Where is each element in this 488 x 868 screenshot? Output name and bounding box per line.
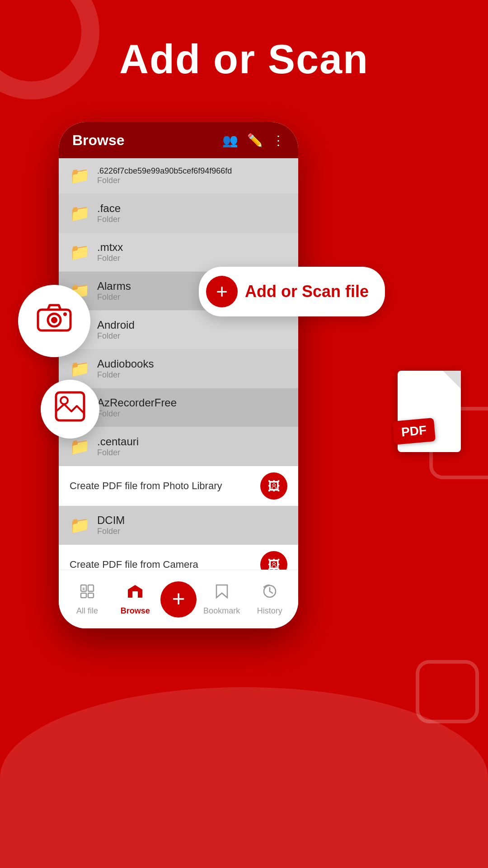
file-type: Folder <box>97 370 287 380</box>
nav-add[interactable]: + <box>160 581 198 618</box>
bottom-nav: All file Browse + <box>59 570 298 628</box>
file-type: Folder <box>97 215 287 224</box>
svg-point-11 <box>63 312 67 316</box>
main-title: Add or Scan <box>0 36 488 83</box>
nav-bookmark[interactable]: Bookmark <box>198 583 246 616</box>
file-name: Android <box>97 319 287 331</box>
phone-header: Browse 👥 ✏️ ⋮ <box>59 122 298 158</box>
svg-rect-6 <box>132 591 138 598</box>
svg-point-10 <box>51 317 57 323</box>
file-info: .mtxx Folder <box>97 241 287 263</box>
pdf-document: PDF <box>389 371 470 466</box>
plus-symbol: + <box>216 282 228 302</box>
add-scan-label: Add or Scan file <box>245 282 369 301</box>
pdf-corner <box>443 371 461 389</box>
svg-rect-5 <box>88 593 94 598</box>
file-info: Android Folder <box>97 319 287 341</box>
nav-all-file-label: All file <box>76 606 98 616</box>
file-info: AzRecorderFree Folder <box>97 396 287 419</box>
all-file-icon <box>79 583 95 604</box>
pdf-badge: PDF <box>392 418 436 445</box>
photo-library-btn[interactable]: 🖼 <box>260 472 287 500</box>
browse-title: Browse <box>72 132 222 149</box>
file-info: .centauri Folder <box>97 435 287 458</box>
svg-rect-4 <box>81 593 86 598</box>
file-type: Folder <box>97 254 287 263</box>
nav-browse-label: Browse <box>121 606 150 616</box>
file-name: .centauri <box>97 435 287 448</box>
folder-icon: 📁 <box>70 516 90 535</box>
nav-history-label: History <box>257 606 282 616</box>
file-info: Audiobooks Folder <box>97 358 287 380</box>
file-list: 📁 .6226f7cbe59e99a90b5cef6f94f966fd Fold… <box>59 158 298 570</box>
deco-rect-bottomright <box>416 660 479 723</box>
camera-circle[interactable] <box>18 285 90 357</box>
folder-icon: 📁 <box>70 359 90 378</box>
folder-icon: 📁 <box>70 166 90 185</box>
nav-browse[interactable]: Browse <box>111 583 159 616</box>
nav-all-file[interactable]: All file <box>63 583 111 616</box>
file-item[interactable]: 📁 .mtxx Folder <box>59 233 298 272</box>
file-type: Folder <box>97 409 287 419</box>
photo-library-icon: 🖼 <box>267 479 280 494</box>
pdf-paper: PDF <box>398 371 461 452</box>
file-name: .mtxx <box>97 241 287 254</box>
nav-add-icon: + <box>172 587 185 610</box>
nav-history[interactable]: History <box>246 583 294 616</box>
header-icons: 👥 ✏️ ⋮ <box>222 133 285 148</box>
file-info: .6226f7cbe59e99a90b5cef6f94f966fd Folder <box>97 166 287 185</box>
folder-icon: 📁 <box>70 204 90 223</box>
file-item[interactable]: 📁 .centauri Folder <box>59 427 298 466</box>
folder-icon: 📁 <box>70 437 90 456</box>
file-info: .face Folder <box>97 202 287 224</box>
nav-bookmark-label: Bookmark <box>203 606 240 616</box>
action-photo-library[interactable]: Create PDF file from Photo Library 🖼 <box>59 466 298 506</box>
browse-icon <box>126 583 144 604</box>
camera-btn-icon: 🖼 <box>267 557 280 570</box>
edit-icon[interactable]: ✏️ <box>247 133 263 148</box>
file-name: Audiobooks <box>97 358 287 370</box>
action-photo-library-label: Create PDF file from Photo Library <box>70 480 253 492</box>
camera-btn[interactable]: 🖼 <box>260 551 287 570</box>
action-camera-label: Create PDF file from Camera <box>70 559 253 570</box>
file-item[interactable]: 📁 .face Folder <box>59 194 298 233</box>
svg-rect-12 <box>56 392 84 420</box>
history-icon <box>262 583 278 604</box>
file-type: Folder <box>97 527 287 536</box>
bookmark-icon <box>215 583 229 604</box>
camera-icon <box>36 302 72 340</box>
gallery-icon <box>54 391 86 428</box>
add-scan-button[interactable]: + Add or Scan file <box>199 267 385 316</box>
svg-point-13 <box>61 397 68 404</box>
file-type: Folder <box>97 176 287 185</box>
svg-rect-3 <box>88 585 94 591</box>
file-name: .face <box>97 202 287 215</box>
file-name: DCIM <box>97 514 287 527</box>
add-scan-plus-icon: + <box>206 276 238 307</box>
file-type: Folder <box>97 448 287 458</box>
file-item[interactable]: 📁 .6226f7cbe59e99a90b5cef6f94f966fd Fold… <box>59 158 298 194</box>
deco-wave-bottom <box>0 687 488 868</box>
file-name: AzRecorderFree <box>97 396 287 409</box>
file-item[interactable]: 📁 Audiobooks Folder <box>59 349 298 388</box>
action-camera[interactable]: Create PDF file from Camera 🖼 <box>59 545 298 570</box>
folder-icon: 📁 <box>70 243 90 262</box>
file-type: Folder <box>97 331 287 341</box>
more-icon[interactable]: ⋮ <box>272 133 285 148</box>
gallery-circle[interactable] <box>41 380 99 439</box>
nav-add-btn[interactable]: + <box>160 581 197 618</box>
phone-mockup: Browse 👥 ✏️ ⋮ 📁 .6226f7cbe59e99a90b5cef6… <box>59 122 298 628</box>
file-item[interactable]: 📁 DCIM Folder <box>59 506 298 545</box>
file-info: DCIM Folder <box>97 514 287 536</box>
contacts-icon[interactable]: 👥 <box>222 133 238 148</box>
file-name: .6226f7cbe59e99a90b5cef6f94f966fd <box>97 166 287 176</box>
